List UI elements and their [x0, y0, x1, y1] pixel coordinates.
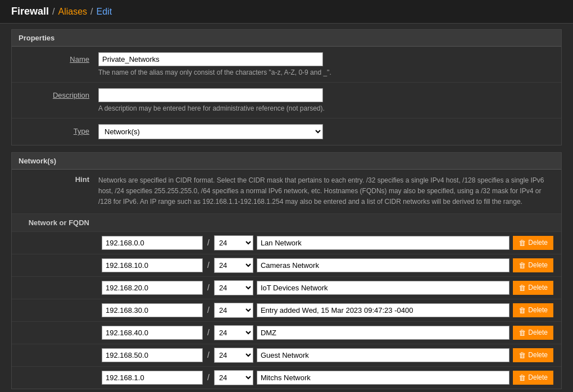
slash-separator: /	[206, 328, 211, 337]
network-desc-input[interactable]	[257, 371, 510, 385]
network-ip-input[interactable]	[102, 326, 203, 340]
trash-icon: 🗑	[519, 239, 526, 247]
trash-icon: 🗑	[519, 351, 526, 359]
topbar-sep2: /	[90, 7, 93, 17]
delete-label: Delete	[528, 284, 548, 291]
network-ip-input[interactable]	[102, 258, 203, 272]
cidr-select[interactable]: 248163223222120	[214, 258, 253, 273]
delete-button[interactable]: 🗑Delete	[513, 303, 553, 317]
trash-icon: 🗑	[519, 284, 526, 292]
delete-button[interactable]: 🗑Delete	[513, 348, 553, 362]
table-row: /248163223222120🗑Delete	[12, 322, 561, 344]
delete-label: Delete	[528, 306, 548, 314]
trash-icon: 🗑	[519, 261, 526, 270]
cidr-select[interactable]: 248163223222120	[214, 325, 253, 340]
network-ip-input[interactable]	[102, 371, 203, 385]
table-row: /248163223222120🗑Delete	[12, 232, 561, 254]
properties-panel-body: Name The name of the alias may only cons…	[12, 47, 561, 145]
name-field: The name of the alias may only consist o…	[98, 52, 553, 76]
table-row: /248163223222120🗑Delete	[12, 254, 561, 277]
network-desc-input[interactable]	[257, 236, 510, 250]
slash-separator: /	[206, 238, 211, 247]
network-desc-input[interactable]	[257, 326, 510, 340]
trash-icon: 🗑	[519, 373, 526, 382]
network-ip-input[interactable]	[102, 281, 203, 295]
network-rows-container: /248163223222120🗑Delete/248163223222120🗑…	[12, 232, 561, 389]
delete-button[interactable]: 🗑Delete	[513, 258, 553, 272]
description-input[interactable]	[98, 88, 323, 102]
topbar: Firewall / Aliases / Edit	[0, 0, 573, 24]
network-desc-input[interactable]	[257, 303, 510, 317]
network-ip-input[interactable]	[102, 348, 203, 362]
delete-button[interactable]: 🗑Delete	[513, 236, 553, 250]
network-ip-input[interactable]	[102, 236, 203, 250]
networks-panel: Network(s) Hint Networks are specified i…	[11, 152, 562, 389]
network-header-row: Network or FQDN	[12, 214, 561, 232]
type-label: Type	[20, 124, 98, 135]
trash-icon: 🗑	[519, 306, 526, 314]
type-row: Type Network(s)Host(s)Port(s)URL TableUR…	[12, 118, 561, 145]
delete-label: Delete	[528, 329, 548, 336]
topbar-firewall: Firewall	[11, 6, 49, 17]
network-desc-input[interactable]	[257, 281, 510, 295]
table-row: /248163223222120🗑Delete	[12, 277, 561, 299]
network-ip-input[interactable]	[102, 303, 203, 317]
slash-separator: /	[206, 283, 211, 292]
hint-section: Hint Networks are specified in CIDR form…	[12, 170, 561, 214]
slash-separator: /	[206, 261, 211, 270]
cidr-select[interactable]: 248163223222120	[214, 348, 253, 363]
networks-panel-body: Hint Networks are specified in CIDR form…	[12, 170, 561, 389]
name-row: Name The name of the alias may only cons…	[12, 47, 561, 83]
cidr-select[interactable]: 248163223222120	[214, 370, 253, 385]
slash-separator: /	[206, 373, 211, 382]
cidr-select[interactable]: 248163223222120	[214, 280, 253, 295]
hint-text: Networks are specified in CIDR format. S…	[98, 175, 553, 208]
delete-label: Delete	[528, 239, 548, 247]
name-label: Name	[20, 52, 98, 63]
table-row: /248163223222120🗑Delete	[12, 367, 561, 389]
name-hint: The name of the alias may only consist o…	[98, 69, 553, 76]
description-label: Description	[20, 88, 98, 99]
delete-button[interactable]: 🗑Delete	[513, 281, 553, 295]
slash-separator: /	[206, 350, 211, 359]
trash-icon: 🗑	[519, 329, 526, 337]
type-field: Network(s)Host(s)Port(s)URL TableURL Tab…	[98, 124, 553, 139]
delete-label: Delete	[528, 351, 548, 359]
network-desc-input[interactable]	[257, 348, 510, 362]
network-desc-input[interactable]	[257, 258, 510, 272]
description-field: A description may be entered here for ad…	[98, 88, 553, 112]
network-col-header: Network or FQDN	[20, 218, 98, 227]
delete-button[interactable]: 🗑Delete	[513, 326, 553, 340]
delete-button[interactable]: 🗑Delete	[513, 371, 553, 385]
delete-label: Delete	[528, 373, 548, 381]
properties-panel-header: Properties	[12, 30, 561, 47]
main-content: Properties Name The name of the alias ma…	[0, 24, 573, 392]
delete-label: Delete	[528, 261, 548, 269]
networks-panel-header: Network(s)	[12, 153, 561, 170]
topbar-aliases-link[interactable]: Aliases	[58, 7, 87, 17]
name-input[interactable]	[98, 52, 323, 66]
cidr-select[interactable]: 248163223222120	[214, 303, 253, 318]
slash-separator: /	[206, 306, 211, 314]
type-select[interactable]: Network(s)Host(s)Port(s)URL TableURL Tab…	[98, 124, 323, 139]
description-row: Description A description may be entered…	[12, 83, 561, 118]
table-row: /248163223222120🗑Delete	[12, 344, 561, 367]
cidr-select[interactable]: 248163223222120	[214, 235, 253, 250]
hint-label: Hint	[20, 175, 98, 208]
table-row: /248163223222120🗑Delete	[12, 299, 561, 322]
topbar-sep1: /	[52, 7, 54, 17]
description-hint: A description may be entered here for ad…	[98, 104, 553, 112]
topbar-edit: Edit	[97, 7, 112, 17]
properties-panel: Properties Name The name of the alias ma…	[11, 29, 562, 145]
